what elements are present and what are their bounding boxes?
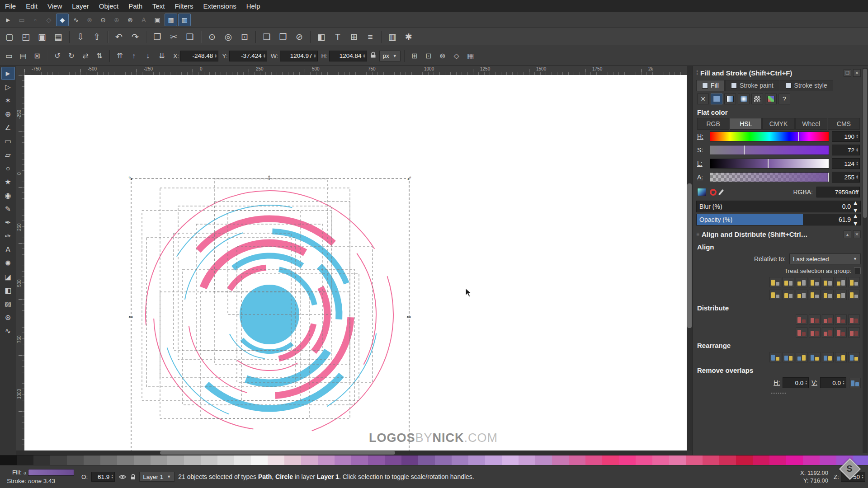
connector-tool[interactable]: ∿ (1, 324, 15, 338)
palette-swatch[interactable] (251, 455, 268, 465)
fill-stroke-indicator[interactable]: Fill: a Stroke: none 3.43 (3, 468, 78, 485)
snap-page-border-icon[interactable]: ▣ (151, 14, 164, 26)
menu-extensions[interactable]: Extensions (198, 0, 241, 12)
dock-float-button[interactable]: ❐ (844, 69, 851, 77)
open-button[interactable]: ◰ (18, 29, 33, 45)
palette-swatch[interactable] (351, 455, 368, 465)
exchange-in-stacking-order-button[interactable] (796, 352, 807, 362)
menu-filters[interactable]: Filters (170, 0, 198, 12)
align-baseline-v-button[interactable] (848, 290, 860, 300)
save-button[interactable]: ▣ (34, 29, 50, 45)
tab-fill[interactable]: Fill (696, 80, 725, 91)
palette-swatch[interactable] (385, 455, 401, 465)
x-field[interactable]: -248.48▲▼ (180, 51, 218, 61)
spray-tool[interactable]: ✺ (1, 257, 15, 270)
xml-editor-button[interactable]: ⊞ (346, 29, 362, 45)
palette-swatch[interactable] (0, 455, 17, 465)
print-button[interactable]: ▤ (51, 29, 66, 45)
eraser-tool[interactable]: ◪ (1, 270, 15, 283)
horizontal-scrollbar[interactable] (24, 450, 687, 455)
horizontal-scrollbar-thumb[interactable] (160, 451, 395, 455)
h-field[interactable]: 1204.84▲▼ (329, 51, 367, 61)
box3d-tool[interactable]: ▱ (1, 148, 15, 161)
snap-midpoint-icon[interactable]: ⊕ (110, 14, 123, 26)
spinner-icon[interactable]: ▲▼ (852, 212, 859, 227)
pencil-tool[interactable]: ✎ (1, 202, 15, 216)
palette-swatch[interactable] (100, 455, 117, 465)
rotate-ccw-button[interactable]: ↺ (51, 50, 64, 62)
hue-slider-input[interactable]: 190▲▼ (832, 131, 860, 142)
colorspace-tab-hsl[interactable]: HSL (730, 118, 762, 130)
palette-swatch[interactable] (117, 455, 134, 465)
palette-swatch[interactable] (803, 455, 820, 465)
palette-swatch[interactable] (569, 455, 585, 465)
colorspace-tab-wheel[interactable]: Wheel (795, 118, 827, 130)
distribute-top-edges-button[interactable] (796, 327, 807, 338)
colorspace-tab-cmyk[interactable]: CMYK (762, 118, 794, 130)
alpha-slider-input[interactable]: 255▲▼ (832, 172, 860, 183)
bezier-tool[interactable]: ✒ (1, 216, 15, 229)
vertical-scrollbar[interactable] (687, 75, 692, 450)
align-top-to-bottom-anchor-button[interactable] (822, 290, 834, 300)
blur-slider[interactable]: Blur (%) 0.0▲▼ (696, 201, 861, 212)
paint-radial-gradient-button[interactable] (738, 94, 750, 104)
cut-button[interactable]: ✂ (166, 29, 181, 45)
snap-path-intersection-icon[interactable]: ⊗ (83, 14, 96, 26)
paint-flat-button[interactable] (711, 94, 722, 104)
canvas[interactable]: ⇔⇔⇔⇔⇔ LOGOSBYNICK.COM (24, 75, 687, 450)
text-dialog-button[interactable]: T (330, 29, 345, 45)
align-bottom-edges-button[interactable] (809, 290, 821, 300)
palette-swatch[interactable] (217, 455, 234, 465)
palette-swatch[interactable] (301, 455, 318, 465)
randomize-centers-button[interactable] (822, 352, 834, 362)
selector-tool[interactable]: ► (1, 67, 15, 80)
snap-bbox-icon[interactable]: ▭ (15, 14, 28, 26)
select-all-layers-button[interactable]: ▤ (17, 50, 29, 62)
palette-swatch[interactable] (602, 455, 619, 465)
palette-swatch[interactable] (33, 455, 50, 465)
palette-swatch[interactable] (284, 455, 301, 465)
remove-overlaps-button[interactable] (849, 378, 861, 388)
distribute-bottom-edges-button[interactable] (822, 327, 834, 338)
palette-swatch[interactable] (619, 455, 636, 465)
treat-as-group-checkbox[interactable] (854, 267, 861, 274)
saturation-slider[interactable] (710, 145, 829, 155)
dropper-tool[interactable]: ⊛ (1, 311, 15, 324)
palette-swatch[interactable] (786, 455, 803, 465)
panel-scrollbar-thumb[interactable] (863, 69, 867, 218)
rgba-input[interactable]: 7959a0ff (816, 187, 860, 197)
menu-view[interactable]: View (42, 0, 67, 12)
menu-object[interactable]: Object (94, 0, 123, 12)
zoom-page-button[interactable]: ⊡ (237, 29, 252, 45)
snap-grid-icon[interactable]: ▦ (165, 14, 177, 26)
palette-swatch[interactable] (552, 455, 569, 465)
palette-swatch[interactable] (318, 455, 335, 465)
snap-node-icon[interactable]: ◆ (56, 14, 69, 26)
align-left-to-right-anchor-button[interactable] (822, 277, 834, 287)
distribute-text-v-button[interactable] (848, 327, 860, 338)
affect-move-toggle[interactable]: ⊞ (408, 50, 421, 62)
raise-to-top-button[interactable]: ⇈ (113, 50, 126, 62)
paint-bucket-tool[interactable]: ◧ (1, 284, 15, 297)
import-button[interactable]: ⇩ (73, 29, 88, 45)
colorspace-tab-rgb[interactable]: RGB (697, 118, 729, 130)
w-field[interactable]: 1204.97▲▼ (280, 51, 318, 61)
layer-lock-icon[interactable] (129, 473, 137, 481)
palette-swatch[interactable] (468, 455, 485, 465)
distribute-horizontal-gaps-button[interactable] (835, 314, 847, 325)
snap-bbox-corner-icon[interactable]: ◇ (42, 14, 55, 26)
layer-visibility-icon[interactable] (118, 473, 127, 481)
palette-swatch[interactable] (167, 455, 184, 465)
panel-scrollbar[interactable] (863, 68, 868, 453)
snap-cusp-node-icon[interactable]: ⊙ (97, 14, 109, 26)
unclump-button[interactable] (835, 352, 847, 362)
distribute-left-edges-button[interactable] (796, 314, 807, 325)
swatch-icon[interactable] (697, 188, 706, 196)
palette-swatch[interactable] (703, 455, 719, 465)
menu-help[interactable]: Help (241, 0, 265, 12)
rotate-cw-button[interactable]: ↻ (65, 50, 78, 62)
align-dialog-button[interactable]: ≡ (363, 29, 378, 45)
unlink-clone-button[interactable]: ⊘ (292, 29, 307, 45)
remove-overlaps-icon-button[interactable] (848, 352, 860, 362)
snap-bbox-edge-icon[interactable]: ▫ (29, 14, 42, 26)
